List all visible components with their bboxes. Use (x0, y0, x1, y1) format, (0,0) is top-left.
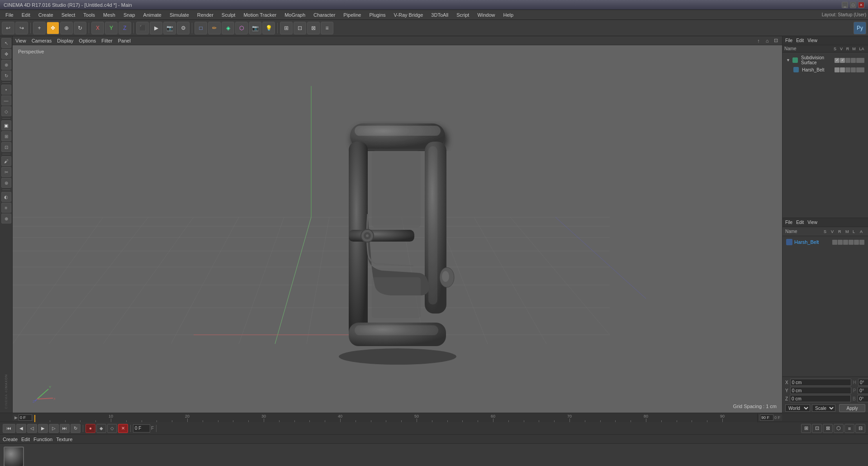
render-picture-button[interactable]: 📷 (163, 22, 176, 34)
play-back-button[interactable]: ◁ (27, 424, 37, 433)
obj2-s-toggle[interactable] (835, 67, 840, 72)
axis-mode-button[interactable]: ⊡ (1, 142, 11, 152)
knife-tool-button[interactable]: ✂ (1, 167, 11, 177)
viewport-canvas[interactable]: Perspective Grid Spacing : 1 cm (13, 45, 782, 413)
obj2-la-toggle[interactable] (856, 67, 864, 72)
detach-button[interactable]: ⊟ (855, 424, 865, 433)
menu-create[interactable]: Create (35, 11, 57, 19)
new-object-button[interactable]: + (33, 22, 46, 34)
model-mode-button[interactable]: ▣ (1, 120, 11, 130)
coord-z-input[interactable] (790, 395, 851, 402)
layout-1-button[interactable]: ⊞ (801, 424, 811, 433)
obj-r-toggle[interactable] (845, 58, 850, 63)
maximize-button[interactable]: □ (850, 2, 856, 8)
coord-x-input[interactable] (790, 379, 851, 386)
stop-button[interactable]: ✕ (118, 424, 128, 433)
obj2-r-toggle[interactable] (845, 67, 850, 72)
layer-button[interactable]: ≡ (321, 22, 333, 34)
redo-button[interactable]: ↪ (15, 22, 28, 34)
frame-start-input[interactable] (19, 414, 32, 421)
edges-mode-button[interactable]: — (1, 95, 11, 105)
layout-option-button[interactable]: ⊠ (307, 22, 320, 34)
obj2-v-toggle[interactable] (840, 67, 845, 72)
material-item[interactable]: Belt_Bu... (4, 447, 24, 466)
timeline-playhead[interactable] (34, 415, 35, 422)
y-axis-button[interactable]: Y (105, 22, 118, 34)
mm-edit-menu[interactable]: Edit (796, 220, 804, 225)
menu-mesh[interactable]: Mesh (100, 11, 119, 19)
viewport-menu-options[interactable]: Options (79, 38, 96, 43)
object-subdivision-surface[interactable]: ▼ Subdivision Surface ✓ ✓ (784, 54, 866, 66)
rotate-tool-button[interactable]: ↻ (74, 22, 86, 34)
om-view-menu[interactable]: View (807, 38, 817, 43)
menu-vray[interactable]: V-Ray Bridge (390, 11, 427, 19)
obj2-m-toggle[interactable] (851, 67, 856, 72)
coord-b-input[interactable] (858, 395, 868, 402)
move-button[interactable]: ✥ (1, 49, 11, 59)
menu-animate[interactable]: Animate (140, 11, 165, 19)
prev-frame-button[interactable]: ◀ (16, 424, 26, 433)
magnet-tool-button[interactable]: ⊛ (1, 178, 11, 188)
record-button[interactable]: ● (85, 424, 95, 433)
texture-mode-button[interactable]: ⊞ (1, 131, 11, 141)
render-region-button[interactable]: ⬛ (136, 22, 149, 34)
layer-manager-button[interactable]: ≡ (1, 203, 11, 213)
viewport-menu-panel[interactable]: Panel (118, 38, 131, 43)
mat-m-ctrl[interactable] (849, 240, 854, 245)
coord-scale-select[interactable]: Scale Size (812, 404, 835, 412)
snap-button[interactable]: ◐ (1, 192, 11, 202)
menu-render[interactable]: Render (194, 11, 217, 19)
timeline-ruler[interactable]: 0102030405060708090 (34, 413, 758, 422)
object-harsh-belt[interactable]: Harsh_Belt (784, 66, 866, 73)
select-tool-button[interactable]: ↖ (1, 38, 11, 48)
render-settings-button[interactable]: ⚙ (177, 22, 190, 34)
viewport-menu-view[interactable]: View (15, 38, 26, 43)
current-frame-input[interactable] (133, 424, 150, 433)
rotate-button[interactable]: ↻ (1, 71, 11, 81)
viewport-nav-up[interactable]: ↑ (755, 37, 762, 44)
python-button[interactable]: Py (854, 22, 866, 34)
close-button[interactable]: ✕ (858, 2, 864, 8)
menu-sculpt[interactable]: Sculpt (218, 11, 239, 19)
apply-button[interactable]: Apply (839, 404, 865, 412)
coord-h-input[interactable] (858, 379, 868, 386)
obj-v-toggle[interactable]: ✓ (840, 58, 845, 63)
goto-end-button[interactable]: ⏭ (60, 424, 70, 433)
render-view-button[interactable]: ▶ (150, 22, 162, 34)
goto-start-button[interactable]: ⏮ (3, 424, 15, 433)
mm-file-menu[interactable]: File (785, 220, 792, 225)
deformer-button[interactable]: ⬡ (235, 22, 248, 34)
layout-3-button[interactable]: ⊠ (823, 424, 833, 433)
om-edit-menu[interactable]: Edit (796, 38, 804, 43)
bt-function-menu[interactable]: Function (33, 437, 52, 442)
coord-y-input[interactable] (790, 387, 851, 394)
play-forward-button[interactable]: ▶ (38, 424, 48, 433)
menu-simulate[interactable]: Simulate (166, 11, 193, 19)
menu-motion-tracker[interactable]: Motion Tracker (240, 11, 280, 19)
x-axis-button[interactable]: X (91, 22, 104, 34)
mat-l-ctrl[interactable] (854, 240, 859, 245)
menu-script[interactable]: Script (453, 11, 473, 19)
cube-button[interactable]: □ (194, 22, 207, 34)
obj-s-toggle[interactable]: ✓ (835, 58, 840, 63)
menu-select[interactable]: Select (58, 11, 79, 19)
menu-tools[interactable]: Tools (80, 11, 99, 19)
bt-create-menu[interactable]: Create (3, 437, 18, 442)
xref-button[interactable]: ⊕ (1, 214, 11, 223)
z-axis-button[interactable]: Z (119, 22, 131, 34)
coord-p-input[interactable] (858, 387, 868, 394)
coord-world-select[interactable]: World Local Object (785, 404, 810, 412)
minimize-button[interactable]: _ (842, 2, 848, 8)
light-button[interactable]: 💡 (262, 22, 275, 34)
mat-s-ctrl[interactable] (832, 240, 837, 245)
viewport-nav-home[interactable]: ⌂ (764, 37, 771, 44)
mat-a-ctrl[interactable] (859, 240, 864, 245)
scale-button[interactable]: ⊕ (1, 60, 11, 70)
polygons-mode-button[interactable]: ◇ (1, 106, 11, 116)
layout-2-button[interactable]: ⊡ (812, 424, 822, 433)
move-tool-button[interactable]: ✥ (47, 22, 59, 34)
obj-expand-icon[interactable]: ▼ (786, 58, 791, 62)
next-frame-button[interactable]: ▷ (49, 424, 59, 433)
undo-button[interactable]: ↩ (2, 22, 14, 34)
material-harsh-belt[interactable]: Harsh_Belt (784, 238, 866, 246)
